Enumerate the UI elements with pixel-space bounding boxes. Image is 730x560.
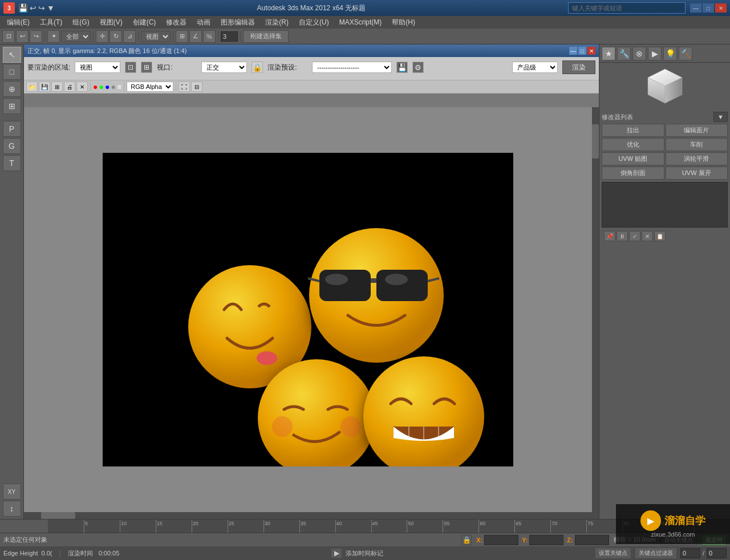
redo-icon[interactable]: ↪ <box>38 3 45 13</box>
mod-remove-btn[interactable]: ✕ <box>642 231 653 241</box>
angle-btn[interactable]: ∠ <box>189 30 202 43</box>
scroll-thumb-v[interactable] <box>592 124 599 159</box>
menu-modifier[interactable]: 修改器 <box>161 16 191 29</box>
tool-bottom-2[interactable]: ↕ <box>3 501 21 517</box>
timeline-tick[interactable]: 15 <box>156 520 156 533</box>
modifier-btn-bevel-profile[interactable]: 倒角剖面 <box>602 167 664 180</box>
rt-clone[interactable]: ⊞ <box>51 82 63 92</box>
rt-print[interactable]: 🖨 <box>64 82 75 92</box>
modify-tab-btn[interactable]: 🔧 <box>617 47 631 60</box>
view-dropdown[interactable]: 正交 <box>201 62 247 73</box>
x-input[interactable] <box>484 535 518 545</box>
scale-btn[interactable]: ⊿ <box>123 30 136 43</box>
area-dropdown[interactable]: 视图 <box>75 62 120 73</box>
menu-edit[interactable]: 编辑(E) <box>2 16 34 29</box>
toolbar-btn-2[interactable]: ↩ <box>16 30 29 43</box>
render-scrollbar-h[interactable] <box>24 512 592 519</box>
timeline-tick[interactable]: 45 <box>371 520 372 533</box>
timeline-tick[interactable]: 55 <box>443 520 443 533</box>
menu-group[interactable]: 组(G) <box>68 16 94 29</box>
area-icon-btn[interactable]: ⊡ <box>125 62 136 73</box>
render-close[interactable]: ✕ <box>587 47 595 55</box>
maximize-button[interactable]: □ <box>703 3 714 13</box>
timeline-tick[interactable]: 50 <box>407 520 407 533</box>
channel-blue[interactable]: ● <box>105 82 110 91</box>
tool-7[interactable]: T <box>3 155 21 171</box>
display-btn[interactable]: 💡 <box>663 47 677 60</box>
hierarchy-btn[interactable]: ⊗ <box>632 47 646 60</box>
menu-animation[interactable]: 动画 <box>192 16 215 29</box>
timeline-tick[interactable]: 65 <box>514 520 515 533</box>
menu-view[interactable]: 视图(V) <box>95 16 127 29</box>
rt-del[interactable]: ✕ <box>76 82 88 92</box>
minimize-button[interactable]: — <box>690 3 701 13</box>
channel-alpha[interactable]: ● <box>111 82 115 91</box>
play-btn[interactable]: ▶ <box>331 548 342 558</box>
percent-btn[interactable]: % <box>203 30 216 43</box>
view-dropdown[interactable]: 视图 <box>141 31 171 42</box>
modifier-btn-edit-patch[interactable]: 编辑面片 <box>666 124 728 137</box>
tool-bottom-1[interactable]: XY <box>3 484 21 500</box>
create-tab-btn[interactable]: ★ <box>602 47 615 60</box>
frame-input[interactable] <box>680 548 700 558</box>
channel-red[interactable]: ● <box>93 82 98 91</box>
qa-arrow[interactable]: ▼ <box>47 3 55 13</box>
channel-green[interactable]: ● <box>99 82 103 91</box>
tool-6[interactable]: G <box>3 138 21 154</box>
rt-open[interactable]: 📁 <box>26 82 38 92</box>
modifier-btn-uvw-unwrap[interactable]: UVW 展开 <box>666 167 728 180</box>
modifier-btn-lathe[interactable]: 车削 <box>666 138 728 151</box>
rotate-btn[interactable]: ↻ <box>110 30 122 43</box>
motion-btn[interactable]: ▶ <box>648 47 662 60</box>
render-minimize[interactable]: — <box>569 47 577 55</box>
timeline-tick[interactable]: 70 <box>550 520 551 533</box>
filter-key-btn[interactable]: 关键点过滤器 <box>635 547 677 559</box>
lock-selection-btn[interactable]: 🔒 <box>461 535 472 545</box>
total-frames-input[interactable] <box>707 548 727 558</box>
modifier-btn-uvw-map[interactable]: UVW 贴图 <box>602 152 664 165</box>
timeline-tick[interactable]: 75 <box>586 520 587 533</box>
preset-save-btn[interactable]: 💾 <box>396 62 408 73</box>
tool-5[interactable]: P <box>3 121 21 137</box>
mod-pause-btn[interactable]: ⏸ <box>617 231 628 241</box>
render-scrollbar-v[interactable] <box>592 107 599 519</box>
render-maximize[interactable]: □ <box>578 47 586 55</box>
mod-copy-btn[interactable]: 📋 <box>654 231 666 241</box>
lock-view-btn[interactable]: 🔒 <box>252 62 263 73</box>
timeline-tick[interactable]: 10 <box>120 520 120 533</box>
rebuild-sel-btn[interactable]: 刚建选择集 <box>243 30 289 43</box>
tool-4[interactable]: ⊞ <box>3 98 21 114</box>
snap-btn[interactable]: ⊞ <box>176 30 188 43</box>
tool-3[interactable]: ⊕ <box>3 81 21 97</box>
timeline-tick[interactable]: 60 <box>478 520 479 533</box>
menu-graph-editor[interactable]: 图形编辑器 <box>216 16 259 29</box>
menu-help[interactable]: 帮助(H) <box>387 16 420 29</box>
close-button[interactable]: ✕ <box>715 3 727 13</box>
move-btn[interactable]: ✛ <box>96 30 108 43</box>
menu-tools[interactable]: 工具(T) <box>35 16 67 29</box>
z-input[interactable] <box>575 535 609 545</box>
toolbar-btn-3[interactable]: ↪ <box>30 30 42 43</box>
modifier-btn-turbosmooth[interactable]: 涡轮平滑 <box>666 152 728 165</box>
timeline-tick[interactable]: 30 <box>263 520 264 533</box>
timeline-tick[interactable]: 20 <box>192 520 192 533</box>
menu-maxscript[interactable]: MAXScript(M) <box>335 16 387 29</box>
search-input[interactable] <box>568 2 686 14</box>
render-button[interactable]: 渲染 <box>562 60 595 74</box>
scroll-thumb-h[interactable] <box>41 512 75 519</box>
menu-render[interactable]: 渲染(R) <box>261 16 293 29</box>
channel-color[interactable]: ■ <box>117 82 121 91</box>
tool-pointer[interactable]: ↖ <box>3 47 21 63</box>
modifier-btn-optimize[interactable]: 优化 <box>602 138 664 151</box>
quality-dropdown[interactable]: 产品级 <box>512 62 558 73</box>
area-icon-btn2[interactable]: ⊞ <box>141 62 152 73</box>
rt-split[interactable]: ⊟ <box>191 82 202 92</box>
tool-select[interactable]: □ <box>3 64 21 80</box>
save-icon[interactable]: 💾 <box>18 3 28 13</box>
add-time-key-btn[interactable]: 添加时间标记 <box>346 549 383 558</box>
modifier-list-dropdown[interactable]: ▼ <box>713 112 728 122</box>
timeline-tick[interactable]: 25 <box>228 520 228 533</box>
preset-dropdown[interactable]: -------------------- <box>312 62 392 73</box>
select-btn[interactable]: ✦ <box>47 30 60 43</box>
rt-fullscreen[interactable]: ⛶ <box>179 82 190 92</box>
